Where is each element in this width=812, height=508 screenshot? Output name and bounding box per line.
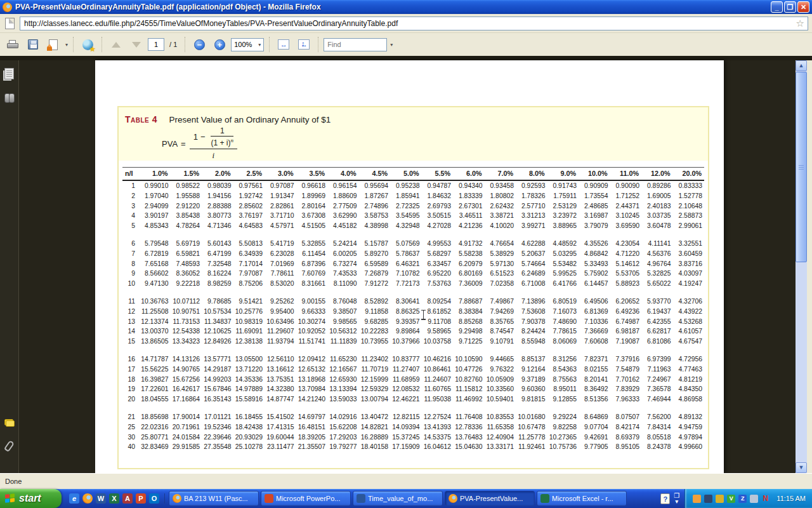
find-input[interactable] (324, 38, 387, 51)
factor-cell: 0.90090 (610, 180, 642, 191)
zoom-out-button[interactable]: − (190, 36, 208, 53)
window-overflow-icon[interactable]: ❐ ▾ (674, 493, 679, 504)
factor-cell: 2.67301 (453, 201, 485, 211)
taskbar-task-button[interactable]: Time_value_of_mo... (353, 491, 443, 506)
table-row: 1211.2550810.9075110.5753410.257769.9540… (122, 307, 704, 317)
previous-page-button[interactable] (107, 36, 125, 53)
factor-cell: 3.67308 (296, 211, 328, 221)
globe-star-icon (82, 39, 93, 50)
factor-cell: 4.23054 (610, 239, 642, 249)
search-panel-button[interactable] (4, 93, 15, 102)
taskbar-task-button[interactable]: Microsoft Excel - r... (537, 491, 627, 506)
excel-icon[interactable]: X (109, 493, 119, 504)
factor-cell: 3.90197 (139, 211, 171, 221)
print-button[interactable] (4, 36, 22, 53)
ie-icon[interactable]: e (69, 493, 79, 504)
factor-cell: 0.96618 (296, 180, 328, 191)
factor-cell: 5.32825 (641, 269, 673, 279)
factor-cell: 5.99525 (547, 269, 579, 279)
factor-cell: 6.59821 (171, 249, 202, 259)
factor-cell: 11.95038 (422, 394, 454, 404)
taskbar-task-button[interactable]: PVA-PresentValue... (445, 491, 535, 506)
network-shield-icon[interactable] (704, 495, 712, 503)
taskbar: start eWXAPO BA 213 W11 (Pasc...Microsof… (0, 489, 812, 508)
fit-page-button[interactable]: ↔↔ (295, 36, 313, 53)
fit-width-button[interactable]: ↔ (275, 36, 292, 53)
vertical-scrollbar[interactable]: ▲ ▼ (796, 60, 807, 473)
pages-panel-button[interactable] (4, 68, 14, 79)
zoom-in-button[interactable]: + (211, 36, 228, 53)
novell-icon[interactable]: N (761, 495, 769, 503)
update-icon[interactable] (693, 495, 701, 503)
start-button[interactable]: start (0, 489, 62, 508)
powerpoint-icon (265, 494, 273, 503)
factor-cell: 4.27028 (422, 221, 454, 231)
firefox-icon[interactable] (82, 493, 93, 504)
email-dropdown-caret[interactable]: ▾ (65, 42, 68, 48)
factor-cell: 11.46992 (453, 394, 485, 404)
factor-cell: 7.53608 (516, 307, 547, 317)
factor-cell: 6.95220 (422, 269, 454, 279)
zoom-level-select[interactable]: 100% ▾ (231, 38, 264, 51)
factor-cell: 14.09394 (390, 422, 422, 432)
factor-cell: 5.79548 (139, 239, 171, 249)
save-button[interactable] (24, 36, 42, 53)
factor-cell: 4.84350 (673, 384, 705, 394)
scrollbar-thumb[interactable] (796, 72, 807, 262)
attachments-panel-button[interactable] (6, 441, 12, 451)
factor-cell: 5.97130 (485, 259, 516, 269)
factor-cell: 9.78685 (202, 297, 233, 307)
factor-cell: 6.00205 (327, 249, 359, 259)
factor-cell: 9.22218 (171, 279, 202, 289)
period-cell: 7 (122, 249, 139, 259)
factor-cell: 7.01969 (265, 259, 296, 269)
factor-cell: 9.76322 (485, 364, 516, 375)
factor-cell: 14.87747 (265, 394, 296, 404)
table-row: 98.566028.360528.162247.970877.786117.60… (122, 269, 704, 279)
factor-cell: 3.88965 (547, 221, 579, 231)
access-icon[interactable]: A (122, 493, 133, 504)
factor-cell: 10.30274 (296, 317, 328, 327)
table-row: 4032.8346929.9158527.3554825.1027823.114… (122, 442, 704, 452)
factor-cell: 3.83716 (673, 259, 705, 269)
factor-cell: 8.98259 (202, 279, 233, 289)
scroll-down-button[interactable]: ▼ (796, 462, 807, 473)
taskbar-task-button[interactable]: BA 213 W11 (Pasc... (169, 491, 259, 506)
scroll-up-button[interactable]: ▲ (796, 60, 807, 71)
web-button[interactable] (79, 36, 96, 53)
factor-cell: 7.37916 (610, 354, 642, 364)
bookmark-star-icon[interactable]: ☆ (796, 17, 804, 30)
powerpoint-icon[interactable]: P (136, 493, 146, 504)
outlook-icon[interactable]: O (149, 493, 159, 504)
factor-cell: 4.71220 (610, 249, 642, 259)
next-page-button[interactable] (128, 36, 145, 53)
factor-cell: 1.89969 (296, 191, 328, 201)
taskbar-task-button[interactable]: Microsoft PowerPo... (261, 491, 351, 506)
security-center-icon[interactable] (716, 495, 724, 503)
comments-panel-button[interactable] (4, 419, 15, 427)
factor-cell: 10.01680 (516, 412, 547, 422)
factor-cell: 9.10791 (485, 337, 516, 347)
restore-button[interactable]: ❐ (784, 1, 796, 13)
url-input[interactable] (20, 17, 808, 30)
factor-cell: 1.85941 (390, 191, 422, 201)
antivirus-icon[interactable]: V (727, 495, 735, 503)
window-border (807, 60, 812, 473)
factor-cell: 8.95105 (610, 442, 642, 452)
page-number-input[interactable] (148, 38, 164, 51)
factor-cell: 14.02916 (327, 412, 359, 422)
word-icon[interactable]: W (96, 493, 106, 504)
minimize-button[interactable]: _ (771, 1, 783, 13)
factor-cell: 3.71710 (265, 211, 296, 221)
zenworks-icon[interactable]: Z (738, 495, 747, 503)
factor-cell: 7.49867 (485, 297, 516, 307)
factor-cell: 9.81815 (516, 394, 547, 404)
help-icon[interactable]: ? (660, 493, 670, 504)
factor-cell: 8.76048 (327, 297, 359, 307)
volume-icon[interactable] (750, 495, 758, 503)
close-button[interactable]: ✕ (797, 1, 809, 13)
find-dropdown-caret[interactable]: ▾ (390, 42, 393, 48)
email-button[interactable] (44, 36, 62, 53)
quick-launch-bar: eWXAPO (62, 493, 165, 504)
factor-cell: 9.11708 (422, 317, 454, 327)
